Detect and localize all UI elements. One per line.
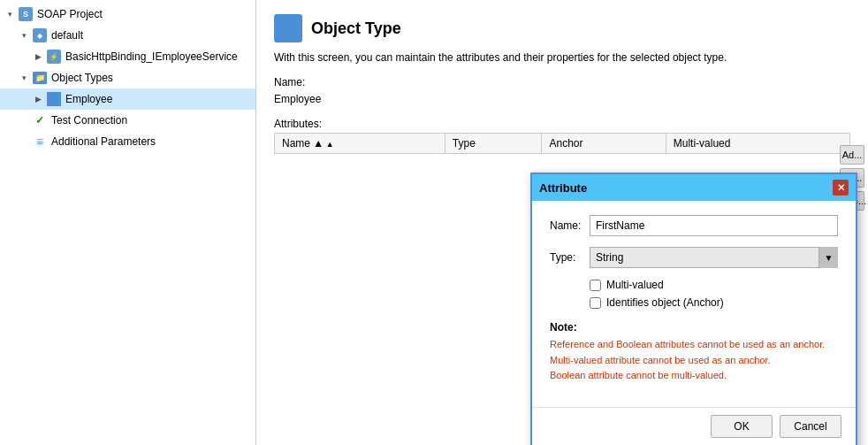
sidebar-item-employee[interactable]: ▶Employee: [0, 88, 255, 110]
dialog-type-field: Type: String Integer Boolean Reference ▼: [550, 247, 838, 268]
params-icon: ≡: [32, 134, 48, 150]
dialog-type-select-wrapper: String Integer Boolean Reference ▼: [590, 247, 838, 268]
cancel-button[interactable]: Cancel: [780, 415, 841, 438]
attributes-label: Attributes:: [274, 118, 850, 130]
sidebar-label-employee: Employee: [65, 93, 112, 105]
sidebar-label-test-connection: Test Connection: [51, 114, 127, 127]
dialog-name-input[interactable]: [590, 215, 838, 236]
object-type-icon: [274, 14, 302, 42]
sidebar-item-default[interactable]: ▾◆default: [0, 25, 255, 46]
multivalued-label: Multi-valued: [606, 279, 664, 291]
sidebar-label-default: default: [51, 29, 83, 42]
sidebar: ▾SSOAP Project▾◆default▶⚡BasicHttpBindin…: [0, 0, 256, 445]
sidebar-label-binding: BasicHttpBinding_IEmployeeService: [65, 50, 238, 63]
main-content: Object Type With this screen, you can ma…: [256, 0, 868, 445]
expand-arrow-soap-project[interactable]: ▾: [4, 8, 16, 20]
dialog-title: Attribute: [539, 181, 587, 195]
main-title: Object Type: [311, 19, 401, 38]
sidebar-label-soap-project: SOAP Project: [37, 8, 103, 20]
sidebar-item-soap-project[interactable]: ▾SSOAP Project: [0, 4, 255, 25]
ok-button[interactable]: OK: [711, 415, 773, 438]
expand-arrow-default[interactable]: ▾: [18, 29, 30, 42]
expand-arrow-employee[interactable]: ▶: [32, 93, 44, 105]
expand-arrow-binding[interactable]: ▶: [32, 50, 44, 63]
expand-arrow-additional-params[interactable]: [18, 135, 30, 148]
expand-arrow-object-types[interactable]: ▾: [18, 72, 30, 84]
dialog-note: Note: Reference and Boolean attributes c…: [550, 321, 838, 393]
dialog-name-label: Name:: [550, 219, 590, 232]
sidebar-item-object-types[interactable]: ▾📁Object Types: [0, 67, 255, 88]
dialog-body: Name: Type: String Integer Boolean Refer…: [532, 201, 856, 407]
sidebar-label-object-types: Object Types: [51, 72, 113, 84]
main-description: With this screen, you can maintain the a…: [274, 51, 850, 64]
sidebar-item-binding[interactable]: ▶⚡BasicHttpBinding_IEmployeeService: [0, 46, 255, 67]
anchor-checkbox[interactable]: [590, 297, 601, 309]
name-value: Employee: [274, 91, 850, 107]
dialog-name-field: Name:: [550, 215, 838, 236]
sidebar-item-test-connection[interactable]: ✓Test Connection: [0, 110, 255, 131]
multivalued-row: Multi-valued: [590, 279, 838, 291]
default-icon: ◆: [32, 27, 48, 43]
anchor-label: Identifies object (Anchor): [606, 296, 724, 309]
attribute-dialog: Attribute ✕ Name: Type: String Integer B…: [530, 173, 857, 445]
expand-arrow-test-connection[interactable]: [18, 114, 30, 127]
dialog-titlebar: Attribute ✕: [532, 174, 856, 201]
anchor-row: Identifies object (Anchor): [590, 296, 838, 309]
note-text: Reference and Boolean attributes cannot …: [550, 337, 838, 384]
add-button[interactable]: Ad...: [840, 145, 864, 165]
attributes-section: Attributes: Name ▲ Type Anchor Multi-val…: [274, 118, 850, 154]
dialog-footer: OK Cancel: [532, 407, 856, 445]
dialog-type-label: Type:: [550, 251, 590, 264]
binding-icon: ⚡: [46, 49, 62, 65]
folder-icon: 📁: [32, 70, 48, 86]
col-multivalued[interactable]: Multi-valued: [666, 134, 849, 154]
col-name[interactable]: Name ▲: [275, 134, 445, 154]
col-anchor[interactable]: Anchor: [542, 134, 666, 154]
multivalued-checkbox[interactable]: [590, 280, 601, 291]
note-title: Note:: [550, 321, 838, 334]
dialog-type-select[interactable]: String Integer Boolean Reference: [590, 247, 838, 268]
sidebar-label-additional-params: Additional Parameters: [51, 135, 156, 148]
dialog-close-button[interactable]: ✕: [833, 180, 849, 196]
attributes-table: Name ▲ Type Anchor Multi-valued: [274, 133, 850, 154]
test-icon: ✓: [32, 112, 48, 128]
employee-icon: [46, 91, 62, 107]
sidebar-item-additional-params[interactable]: ≡Additional Parameters: [0, 131, 255, 152]
object-type-header: Object Type: [274, 14, 850, 42]
col-type[interactable]: Type: [445, 134, 542, 154]
dialog-checkboxes: Multi-valued Identifies object (Anchor): [590, 279, 838, 309]
name-label: Name:: [274, 76, 850, 88]
soap-icon: S: [18, 6, 34, 22]
